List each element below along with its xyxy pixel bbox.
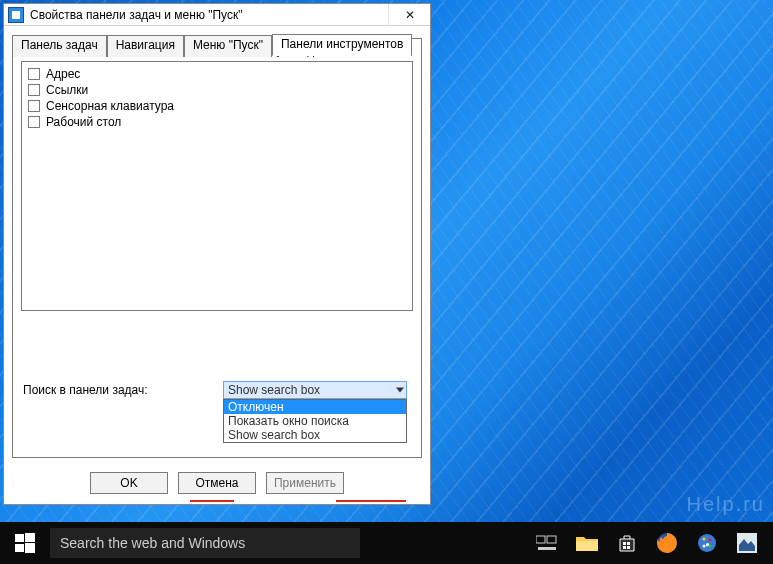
toolbars-listbox[interactable]: Адрес Ссылки Сенсорная клавиатура Рабочи…: [21, 61, 413, 311]
close-button[interactable]: ✕: [388, 4, 430, 26]
checkbox[interactable]: [28, 84, 40, 96]
dialog-button-row: OK Отмена Применить: [4, 472, 430, 494]
dropdown-option-show-box[interactable]: Show search box: [224, 428, 406, 442]
file-explorer-icon[interactable]: [575, 531, 599, 555]
chevron-down-icon: [396, 388, 404, 393]
svg-rect-10: [623, 546, 626, 549]
taskbar-properties-dialog: Свойства панели задач и меню "Пуск" ✕ Па…: [3, 3, 431, 505]
svg-rect-8: [623, 542, 626, 545]
titlebar: Свойства панели задач и меню "Пуск" ✕: [4, 4, 430, 26]
svg-rect-2: [15, 544, 24, 552]
ok-button[interactable]: OK: [90, 472, 168, 494]
svg-rect-9: [627, 542, 630, 545]
apply-button[interactable]: Применить: [266, 472, 344, 494]
task-view-icon[interactable]: [535, 531, 559, 555]
search-dropdown: Отключен Показать окно поиска Show searc…: [223, 399, 407, 443]
firefox-icon[interactable]: [655, 531, 679, 555]
dropdown-option-show-window[interactable]: Показать окно поиска: [224, 414, 406, 428]
tab-strip: Панель задач Навигация Меню "Пуск" Панел…: [12, 34, 422, 56]
checkbox[interactable]: [28, 100, 40, 112]
combo-selected-value: Show search box: [228, 383, 320, 397]
start-button[interactable]: [0, 522, 50, 564]
dropdown-option-disabled[interactable]: Отключен: [224, 400, 406, 414]
tab-start-menu[interactable]: Меню "Пуск": [184, 35, 272, 57]
search-in-taskbar-row: Поиск в панели задач: Show search box От…: [23, 381, 411, 399]
list-item-label: Ссылки: [46, 83, 88, 97]
svg-point-17: [703, 545, 706, 548]
list-item[interactable]: Адрес: [28, 66, 406, 82]
annotation-underline-apply: [336, 500, 406, 502]
list-item[interactable]: Сенсорная клавиатура: [28, 98, 406, 114]
search-combobox[interactable]: Show search box Отключен Показать окно п…: [223, 381, 407, 399]
toolbars-page: Выберите панели инструментов, которые ну…: [12, 38, 422, 458]
windows-taskbar: Search the web and Windows: [0, 522, 773, 564]
window-title: Свойства панели задач и меню "Пуск": [30, 8, 382, 22]
cancel-button[interactable]: Отмена: [178, 472, 256, 494]
svg-rect-4: [536, 536, 545, 543]
windows-logo-icon: [15, 533, 35, 553]
search-label: Поиск в панели задач:: [23, 381, 223, 397]
list-item[interactable]: Ссылки: [28, 82, 406, 98]
svg-rect-1: [25, 533, 35, 542]
svg-rect-5: [547, 536, 556, 543]
tab-navigation[interactable]: Навигация: [107, 35, 184, 57]
svg-rect-0: [15, 534, 24, 542]
taskbar-search-box[interactable]: Search the web and Windows: [50, 528, 360, 558]
list-item-label: Рабочий стол: [46, 115, 121, 129]
app-icon[interactable]: [735, 531, 759, 555]
store-icon[interactable]: [615, 531, 639, 555]
annotation-underline-ok: [190, 500, 234, 502]
checkbox[interactable]: [28, 68, 40, 80]
list-item[interactable]: Рабочий стол: [28, 114, 406, 130]
app-icon: [8, 7, 24, 23]
svg-rect-7: [576, 541, 598, 551]
taskbar-pinned-apps: [521, 522, 773, 564]
watermark: Help.ru: [687, 493, 765, 516]
svg-rect-11: [627, 546, 630, 549]
list-item-label: Адрес: [46, 67, 80, 81]
tab-toolbars[interactable]: Панели инструментов: [272, 34, 412, 56]
svg-rect-6: [538, 547, 556, 550]
paint-icon[interactable]: [695, 531, 719, 555]
checkbox[interactable]: [28, 116, 40, 128]
tab-taskbar[interactable]: Панель задач: [12, 35, 107, 57]
svg-rect-3: [25, 543, 35, 553]
svg-point-15: [709, 539, 712, 542]
svg-point-14: [703, 538, 706, 541]
list-item-label: Сенсорная клавиатура: [46, 99, 174, 113]
